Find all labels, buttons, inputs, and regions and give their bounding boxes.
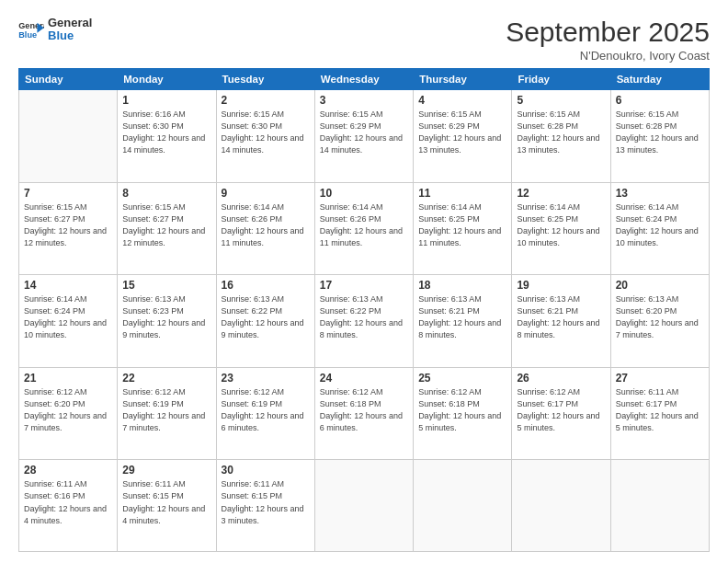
day-number: 2 — [222, 94, 310, 107]
table-row: 20Sunrise: 6:13 AM Sunset: 6:20 PM Dayli… — [610, 275, 709, 368]
table-row: 24Sunrise: 6:12 AM Sunset: 6:18 PM Dayli… — [314, 367, 413, 460]
day-info: Sunrise: 6:15 AM Sunset: 6:28 PM Dayligh… — [616, 109, 704, 156]
col-friday: Friday — [512, 69, 610, 90]
table-row: 2Sunrise: 6:15 AM Sunset: 6:30 PM Daylig… — [216, 90, 314, 183]
day-number: 27 — [616, 372, 704, 385]
day-number: 20 — [616, 279, 704, 292]
day-info: Sunrise: 6:12 AM Sunset: 6:18 PM Dayligh… — [320, 386, 408, 434]
day-info: Sunrise: 6:14 AM Sunset: 6:24 PM Dayligh… — [24, 293, 112, 341]
day-info: Sunrise: 6:14 AM Sunset: 6:26 PM Dayligh… — [320, 201, 408, 249]
header-row: Sunday Monday Tuesday Wednesday Thursday… — [19, 69, 710, 90]
col-saturday: Saturday — [610, 69, 709, 90]
day-info: Sunrise: 6:15 AM Sunset: 6:27 PM Dayligh… — [24, 201, 112, 249]
calendar-body: 1Sunrise: 6:16 AM Sunset: 6:30 PM Daylig… — [19, 90, 710, 552]
col-tuesday: Tuesday — [216, 69, 314, 90]
day-info: Sunrise: 6:12 AM Sunset: 6:17 PM Dayligh… — [517, 386, 605, 434]
day-info: Sunrise: 6:13 AM Sunset: 6:23 PM Dayligh… — [122, 293, 210, 341]
table-row: 13Sunrise: 6:14 AM Sunset: 6:24 PM Dayli… — [610, 182, 709, 275]
table-row: 16Sunrise: 6:13 AM Sunset: 6:22 PM Dayli… — [216, 275, 314, 368]
table-row: 25Sunrise: 6:12 AM Sunset: 6:18 PM Dayli… — [414, 367, 512, 460]
day-number: 7 — [24, 187, 112, 200]
table-row: 10Sunrise: 6:14 AM Sunset: 6:26 PM Dayli… — [314, 182, 413, 275]
day-info: Sunrise: 6:15 AM Sunset: 6:27 PM Dayligh… — [122, 201, 210, 249]
day-info: Sunrise: 6:11 AM Sunset: 6:15 PM Dayligh… — [222, 478, 310, 526]
svg-text:Blue: Blue — [18, 30, 37, 40]
day-number: 11 — [418, 187, 506, 200]
day-number: 3 — [320, 94, 408, 107]
day-info: Sunrise: 6:13 AM Sunset: 6:21 PM Dayligh… — [418, 293, 506, 341]
col-sunday: Sunday — [19, 69, 118, 90]
header: General Blue General Blue September 2025… — [18, 17, 710, 63]
day-number: 22 — [122, 372, 210, 385]
day-info: Sunrise: 6:12 AM Sunset: 6:19 PM Dayligh… — [122, 386, 210, 434]
table-row: 17Sunrise: 6:13 AM Sunset: 6:22 PM Dayli… — [314, 275, 413, 368]
day-number: 1 — [122, 94, 210, 107]
day-info: Sunrise: 6:15 AM Sunset: 6:30 PM Dayligh… — [222, 109, 310, 156]
day-info: Sunrise: 6:13 AM Sunset: 6:22 PM Dayligh… — [222, 293, 310, 341]
table-row: 4Sunrise: 6:15 AM Sunset: 6:29 PM Daylig… — [414, 90, 512, 183]
col-thursday: Thursday — [414, 69, 512, 90]
day-info: Sunrise: 6:14 AM Sunset: 6:26 PM Dayligh… — [222, 201, 310, 249]
table-row: 27Sunrise: 6:11 AM Sunset: 6:17 PM Dayli… — [610, 367, 709, 460]
logo-line1: General — [48, 17, 92, 29]
day-info: Sunrise: 6:15 AM Sunset: 6:29 PM Dayligh… — [418, 109, 506, 156]
day-number: 19 — [517, 279, 605, 292]
table-row: 21Sunrise: 6:12 AM Sunset: 6:20 PM Dayli… — [19, 367, 118, 460]
day-number: 8 — [122, 187, 210, 200]
table-row — [512, 460, 610, 552]
table-row: 23Sunrise: 6:12 AM Sunset: 6:19 PM Dayli… — [216, 367, 314, 460]
logo-icon: General Blue — [18, 19, 44, 40]
day-number: 16 — [222, 279, 310, 292]
day-info: Sunrise: 6:13 AM Sunset: 6:21 PM Dayligh… — [517, 293, 605, 341]
table-row — [314, 460, 413, 552]
day-number: 24 — [320, 372, 408, 385]
subtitle: N'Denoukro, Ivory Coast — [506, 49, 710, 63]
day-number: 5 — [517, 94, 605, 107]
day-number: 12 — [517, 187, 605, 200]
logo-line2: Blue — [48, 29, 74, 42]
table-row: 3Sunrise: 6:15 AM Sunset: 6:29 PM Daylig… — [314, 90, 413, 183]
day-info: Sunrise: 6:14 AM Sunset: 6:25 PM Dayligh… — [517, 201, 605, 249]
day-info: Sunrise: 6:16 AM Sunset: 6:30 PM Dayligh… — [122, 109, 210, 156]
title-block: September 2025 N'Denoukro, Ivory Coast — [506, 17, 710, 63]
table-row: 19Sunrise: 6:13 AM Sunset: 6:21 PM Dayli… — [512, 275, 610, 368]
day-info: Sunrise: 6:15 AM Sunset: 6:28 PM Dayligh… — [517, 109, 605, 156]
day-number: 28 — [24, 464, 112, 477]
day-number: 25 — [418, 372, 506, 385]
day-number: 15 — [122, 279, 210, 292]
day-number: 18 — [418, 279, 506, 292]
day-number: 13 — [616, 187, 704, 200]
day-info: Sunrise: 6:11 AM Sunset: 6:17 PM Dayligh… — [616, 386, 704, 434]
day-number: 9 — [222, 187, 310, 200]
day-number: 29 — [122, 464, 210, 477]
day-number: 30 — [222, 464, 310, 477]
table-row: 12Sunrise: 6:14 AM Sunset: 6:25 PM Dayli… — [512, 182, 610, 275]
day-info: Sunrise: 6:15 AM Sunset: 6:29 PM Dayligh… — [320, 109, 408, 156]
table-row: 5Sunrise: 6:15 AM Sunset: 6:28 PM Daylig… — [512, 90, 610, 183]
col-wednesday: Wednesday — [314, 69, 413, 90]
day-info: Sunrise: 6:11 AM Sunset: 6:15 PM Dayligh… — [122, 478, 210, 526]
day-info: Sunrise: 6:14 AM Sunset: 6:24 PM Dayligh… — [616, 201, 704, 249]
col-monday: Monday — [118, 69, 216, 90]
day-number: 14 — [24, 279, 112, 292]
day-info: Sunrise: 6:14 AM Sunset: 6:25 PM Dayligh… — [418, 201, 506, 249]
day-number: 17 — [320, 279, 408, 292]
month-title: September 2025 — [506, 17, 710, 47]
day-info: Sunrise: 6:12 AM Sunset: 6:19 PM Dayligh… — [222, 386, 310, 434]
table-row: 28Sunrise: 6:11 AM Sunset: 6:16 PM Dayli… — [19, 460, 118, 552]
day-number: 26 — [517, 372, 605, 385]
table-row: 22Sunrise: 6:12 AM Sunset: 6:19 PM Dayli… — [118, 367, 216, 460]
calendar: Sunday Monday Tuesday Wednesday Thursday… — [18, 68, 710, 552]
table-row: 6Sunrise: 6:15 AM Sunset: 6:28 PM Daylig… — [610, 90, 709, 183]
table-row: 29Sunrise: 6:11 AM Sunset: 6:15 PM Dayli… — [118, 460, 216, 552]
table-row: 11Sunrise: 6:14 AM Sunset: 6:25 PM Dayli… — [414, 182, 512, 275]
table-row: 15Sunrise: 6:13 AM Sunset: 6:23 PM Dayli… — [118, 275, 216, 368]
day-info: Sunrise: 6:12 AM Sunset: 6:20 PM Dayligh… — [24, 386, 112, 434]
day-info: Sunrise: 6:13 AM Sunset: 6:22 PM Dayligh… — [320, 293, 408, 341]
table-row — [414, 460, 512, 552]
page: General Blue General Blue September 2025… — [0, 0, 728, 563]
logo: General Blue General Blue — [18, 17, 92, 43]
table-row: 26Sunrise: 6:12 AM Sunset: 6:17 PM Dayli… — [512, 367, 610, 460]
table-row: 9Sunrise: 6:14 AM Sunset: 6:26 PM Daylig… — [216, 182, 314, 275]
day-info: Sunrise: 6:13 AM Sunset: 6:20 PM Dayligh… — [616, 293, 704, 341]
